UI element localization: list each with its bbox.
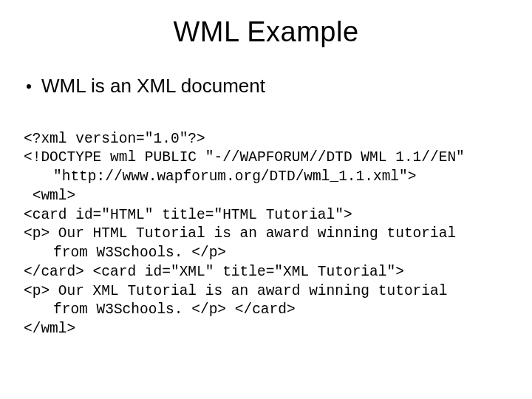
code-line: "http://www.wapforum.org/DTD/wml_1.1.xml… xyxy=(24,168,511,187)
code-line: </card> <card id="XML" title="XML Tutori… xyxy=(24,264,404,280)
bullet-icon xyxy=(27,84,31,89)
code-line: </wml> xyxy=(24,321,75,337)
code-line: <card id="HTML" title="HTML Tutorial"> xyxy=(24,207,352,223)
code-line: <?xml version="1.0"?> xyxy=(24,131,205,147)
code-block: <?xml version="1.0"?> <!DOCTYPE wml PUBL… xyxy=(21,111,511,339)
code-line: <p> Our HTML Tutorial is an award winnin… xyxy=(24,225,456,242)
bullet-text: WML is an XML document xyxy=(41,75,265,98)
code-line: <p> Our XML Tutorial is an award winning… xyxy=(24,283,447,299)
code-line: <!DOCTYPE wml PUBLIC "-//WAPFORUM//DTD W… xyxy=(24,149,465,166)
code-line: from W3Schools. </p> </card> xyxy=(24,301,511,320)
slide-title: WML Example xyxy=(21,16,511,48)
code-line: <wml> xyxy=(24,188,75,204)
bullet-item: WML is an XML document xyxy=(21,75,511,98)
code-line: from W3Schools. </p> xyxy=(24,244,511,263)
